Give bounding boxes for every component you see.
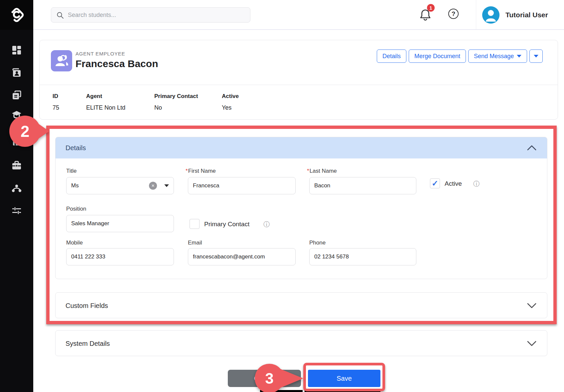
network-icon bbox=[12, 183, 22, 193]
system-details-panel[interactable]: System Details bbox=[55, 330, 547, 356]
last-name-label: *Last Name bbox=[307, 168, 337, 174]
info-icon[interactable]: ⓘ bbox=[473, 180, 480, 188]
sidebar-item-contacts[interactable] bbox=[12, 68, 22, 78]
primary-contact-value: No bbox=[154, 104, 198, 111]
required-mark: * bbox=[186, 168, 188, 174]
info-icon[interactable]: ⓘ bbox=[263, 220, 270, 229]
first-name-field[interactable] bbox=[188, 177, 296, 194]
record-summary-row: ID 75 Agent ELITE Non Ltd Primary Contac… bbox=[40, 85, 558, 120]
sliders-icon bbox=[12, 206, 22, 216]
cancel-button[interactable]: Cancel bbox=[228, 370, 301, 387]
entity-type-label: AGENT EMPLOYEE bbox=[75, 51, 125, 56]
sidebar bbox=[0, 0, 33, 392]
last-name-field[interactable] bbox=[309, 177, 416, 194]
sidebar-item-documents[interactable] bbox=[12, 90, 22, 100]
search-box bbox=[51, 7, 250, 23]
help-button[interactable]: ? bbox=[448, 9, 459, 19]
book-icon bbox=[12, 137, 22, 147]
primary-contact-checkbox-label: Primary Contact bbox=[204, 221, 249, 228]
first-name-label-text: First Name bbox=[188, 168, 216, 174]
page-title: Francesca Bacon bbox=[75, 58, 158, 69]
mobile-label: Mobile bbox=[66, 240, 83, 246]
people-icon bbox=[54, 54, 69, 67]
position-label: Position bbox=[66, 206, 86, 212]
id-value: 75 bbox=[53, 104, 59, 111]
notification-badge: 1 bbox=[427, 4, 435, 12]
caret-down-icon bbox=[534, 55, 538, 57]
details-button[interactable]: Details bbox=[377, 49, 406, 63]
email-field[interactable] bbox=[188, 248, 296, 265]
custom-fields-panel[interactable]: Custom Fields bbox=[55, 292, 547, 318]
record-avatar bbox=[51, 50, 72, 71]
header-actions: Details Merge Document Send Message bbox=[377, 49, 543, 63]
contact-card-icon bbox=[12, 68, 22, 78]
summary-active: Active Yes bbox=[222, 93, 239, 111]
send-message-label: Send Message bbox=[474, 53, 514, 60]
topbar-divider bbox=[476, 0, 476, 29]
agent-link[interactable]: ELITE Non Ltd bbox=[86, 104, 125, 111]
caret-down-icon bbox=[517, 55, 521, 57]
record-header-card: AGENT EMPLOYEE Francesca Bacon Details M… bbox=[39, 40, 558, 120]
annotation-black-bar bbox=[260, 390, 303, 392]
caret-down-icon[interactable] bbox=[164, 184, 169, 187]
primary-contact-checkbox[interactable] bbox=[190, 219, 200, 229]
sidebar-item-education[interactable] bbox=[12, 110, 22, 120]
custom-fields-title: Custom Fields bbox=[66, 293, 108, 319]
person-icon bbox=[482, 6, 499, 24]
active-checkbox[interactable]: ✓ bbox=[430, 178, 440, 188]
required-mark: * bbox=[307, 168, 309, 174]
chevron-down-icon[interactable] bbox=[527, 303, 536, 308]
send-message-button[interactable]: Send Message bbox=[468, 49, 527, 63]
details-panel-header[interactable]: Details bbox=[56, 137, 547, 158]
active-label: Active bbox=[222, 93, 239, 100]
summary-id: ID 75 bbox=[53, 93, 59, 111]
position-field[interactable] bbox=[66, 215, 174, 232]
details-panel-title: Details bbox=[66, 137, 86, 158]
dashboard-icon bbox=[12, 45, 22, 55]
system-details-title: System Details bbox=[66, 331, 110, 356]
annotation-black-bar bbox=[305, 390, 380, 392]
clear-icon[interactable]: ✕ bbox=[149, 182, 157, 190]
logo-icon bbox=[6, 5, 27, 25]
phone-label: Phone bbox=[309, 240, 326, 246]
mobile-field[interactable] bbox=[66, 248, 174, 265]
active-value: Yes bbox=[222, 104, 239, 111]
id-label: ID bbox=[53, 93, 59, 100]
active-checkbox-label: Active bbox=[445, 180, 462, 187]
sidebar-item-dashboard[interactable] bbox=[12, 45, 22, 55]
agent-label: Agent bbox=[86, 93, 125, 100]
sidebar-item-network[interactable] bbox=[12, 183, 22, 193]
more-actions-button[interactable] bbox=[529, 49, 543, 63]
title-label: Title bbox=[66, 168, 77, 174]
topbar: 1 ? Tutorial User bbox=[33, 0, 564, 30]
search-input[interactable] bbox=[51, 8, 250, 22]
user-avatar[interactable] bbox=[482, 6, 499, 24]
chevron-up-icon[interactable] bbox=[527, 145, 536, 150]
question-icon: ? bbox=[452, 10, 456, 18]
phone-field[interactable] bbox=[309, 248, 416, 265]
first-name-label: *First Name bbox=[186, 168, 216, 174]
briefcase-icon bbox=[12, 160, 22, 170]
summary-agent: Agent ELITE Non Ltd bbox=[86, 93, 125, 111]
primary-contact-label: Primary Contact bbox=[154, 93, 198, 100]
user-name[interactable]: Tutorial User bbox=[505, 0, 548, 30]
save-button[interactable]: Save bbox=[308, 370, 380, 387]
sidebar-item-programs[interactable] bbox=[12, 137, 22, 147]
sidebar-item-settings[interactable] bbox=[12, 206, 22, 216]
summary-primary-contact: Primary Contact No bbox=[154, 93, 198, 111]
title-select[interactable]: Ms ✕ bbox=[66, 177, 174, 194]
merge-document-button[interactable]: Merge Document bbox=[409, 49, 466, 63]
title-select-value: Ms bbox=[71, 182, 149, 189]
last-name-label-text: Last Name bbox=[310, 168, 337, 174]
graduation-cap-icon bbox=[12, 110, 22, 120]
app-logo[interactable] bbox=[0, 0, 33, 30]
sidebar-item-briefcase[interactable] bbox=[12, 160, 22, 170]
details-panel: Details Title *First Name *Last Name Ms … bbox=[55, 137, 547, 279]
chevron-down-icon[interactable] bbox=[527, 341, 536, 346]
documents-icon bbox=[12, 90, 22, 100]
email-label: Email bbox=[188, 240, 202, 246]
